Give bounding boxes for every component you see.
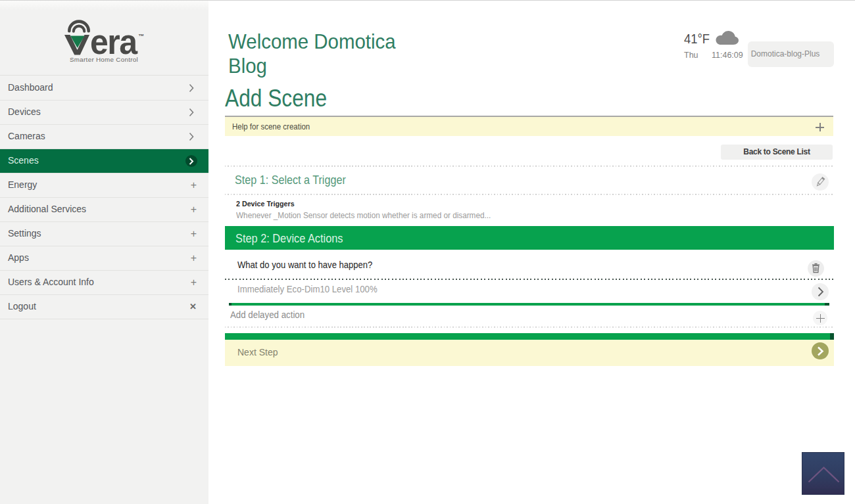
svg-text:Smarter Home Control: Smarter Home Control xyxy=(70,56,138,63)
svg-text:™: ™ xyxy=(138,33,144,39)
